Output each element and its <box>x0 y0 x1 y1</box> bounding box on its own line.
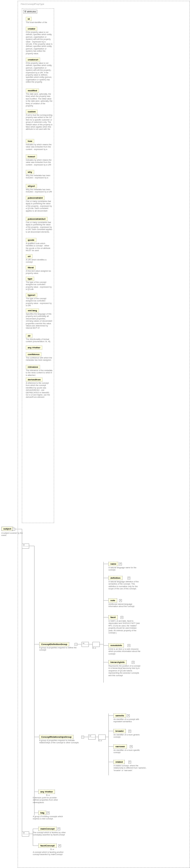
main-concept: mainConcept <box>38 827 56 831</box>
any-other: any ##other <box>38 789 55 794</box>
connector <box>29 546 34 546</box>
attr-desc: The type of the concept assigned as cont… <box>26 298 52 307</box>
connector <box>108 713 109 775</box>
rel-narrower: narrower <box>114 744 127 749</box>
attr-creatoruri: creatoruri <box>26 58 40 62</box>
attr-whyuri: whyuri <box>26 184 37 188</box>
multiplicity: 0..∞ <box>98 740 102 742</box>
connector <box>34 813 38 813</box>
attr-why: why <box>26 170 34 174</box>
attr-desc: Indicates by which means the value was e… <box>26 159 52 166</box>
attr-creator: creator <box>26 27 37 31</box>
expand-icon[interactable]: + <box>58 828 60 830</box>
attr-pubconstraint: pubconstraint <box>26 196 44 200</box>
sequence-icon <box>22 832 29 837</box>
expand-icon[interactable]: + <box>119 563 122 565</box>
attr-desc: A URI which identifies a concept <box>26 259 52 264</box>
expand-icon[interactable]: + <box>128 761 131 764</box>
rel-desc: A related concept, where the relationshi… <box>114 765 147 772</box>
attr-derivedfrom: derivedfrom <box>26 377 43 382</box>
expand-icon[interactable]: + <box>130 745 132 748</box>
connector <box>105 737 108 737</box>
expand-icon[interactable]: + <box>47 811 50 814</box>
any-desc: Extension point for provider-defined pro… <box>33 797 64 804</box>
cdg-desc: A group of properties required to define… <box>39 647 78 651</box>
subject-element: subject <box>1 527 13 531</box>
attr-desc: Indicates by which means the value was e… <box>26 144 52 151</box>
choice-icon <box>98 735 106 740</box>
attr-desc: A qualified code which identifies a conc… <box>26 242 52 252</box>
expand-icon[interactable]: + <box>127 644 130 647</box>
attr-modified: modified <box>26 89 39 93</box>
facet-concept: facetConcept <box>38 843 56 848</box>
connector <box>34 737 39 737</box>
attr-desc: One or many constraints that apply to pu… <box>26 221 52 233</box>
attributes-header: ⊟ attributes <box>23 10 37 13</box>
expand-icon[interactable]: + <box>132 661 135 664</box>
subject-label: subject <box>3 528 11 530</box>
attr-desc: The date (and, optionally, the time) whe… <box>26 93 52 107</box>
rel-desc: An identifier of a concept with equivale… <box>114 718 147 723</box>
def-desc: A natural language definition of the sem… <box>108 581 142 590</box>
expand-icon[interactable]: + <box>120 616 123 619</box>
attr-desc: Specifies the language of this property … <box>26 313 52 330</box>
multiplicity: 0..∞ <box>92 647 96 649</box>
expand-icon[interactable]: + <box>127 714 130 717</box>
attr-xml:lang: xml:lang <box>26 308 39 313</box>
expand-icon[interactable]: − <box>81 736 84 739</box>
def-desc: Represents the position of a concept in … <box>108 665 142 677</box>
def-hierarchyInfo: hierarchyInfo <box>108 660 127 664</box>
attr-type: type <box>26 277 34 281</box>
crg-desc: A group of properties required to indica… <box>39 739 84 744</box>
def-name: name <box>108 562 118 566</box>
def-desc: A natural language name for the concept. <box>108 566 142 571</box>
def-remoteInfo: remoteInfo <box>108 643 124 648</box>
attr-literal: literal <box>26 266 36 270</box>
sequence-icon <box>81 642 89 647</box>
expand-icon[interactable]: − <box>12 528 15 531</box>
concept-relationships-group: ConceptRelationshipsGroup <box>39 735 73 739</box>
attr-id: id <box>26 17 32 21</box>
def-desc: Additional natural language information … <box>108 603 142 608</box>
root-type-label: Flex1ConceptPropType <box>19 2 46 6</box>
def-note: note <box>108 598 117 602</box>
attr-desc: If the property value is not defined, sp… <box>26 31 52 55</box>
attr-confidence: confidence <box>26 352 41 356</box>
rel-sameAs: sameAs <box>114 713 126 718</box>
multiplicity: 0..∞ <box>50 848 54 850</box>
attr-uri: uri <box>26 254 33 258</box>
attr-desc: The directionality of textual content (e… <box>26 338 52 343</box>
attr-desc: If the property value is not defined, sp… <box>26 62 52 84</box>
connector <box>22 529 22 815</box>
bag-element: bag <box>38 811 46 815</box>
attr-desc: A free-text value assigned as property v… <box>26 270 52 275</box>
main-concept-desc: The concept which is faceted by other co… <box>33 832 67 836</box>
connector <box>95 737 98 737</box>
facet-concept-desc: A concept which is faceting another conc… <box>33 851 67 856</box>
attr-desc: Why the metadata has been included - exp… <box>26 188 52 193</box>
bag-desc: A group of existing concepts which expre… <box>33 815 64 820</box>
attr-qcode: qcode <box>26 238 36 242</box>
choice-icon <box>92 642 100 647</box>
connector <box>15 529 17 529</box>
expand-icon[interactable]: + <box>128 730 131 733</box>
expand-icon[interactable]: + <box>127 577 130 580</box>
connector <box>33 829 38 829</box>
attr-desc: The type of the concept assigned as cont… <box>26 281 52 291</box>
attr-any ##other: any ##other <box>26 345 42 350</box>
attr-dir: dir <box>26 334 33 338</box>
attr-desc: One or many constraints that apply to pu… <box>26 200 52 212</box>
expand-icon[interactable]: − <box>75 643 77 646</box>
attr-desc: Why the metadata has been included - exp… <box>26 175 52 179</box>
attr-how: how <box>26 139 34 143</box>
attr-desc: If set to true the corresponding propert… <box>26 114 52 131</box>
connector <box>33 845 38 846</box>
expand-icon[interactable]: + <box>119 599 122 602</box>
attr-relevance: relevance <box>26 365 40 369</box>
connector <box>22 815 22 832</box>
def-desc: In NAR 1.8 and later, facet is deprecate… <box>108 620 142 634</box>
expand-icon[interactable]: + <box>58 844 61 847</box>
sequence-icon <box>88 735 96 740</box>
attr-desc: The relevance of the metadata to the new… <box>26 369 52 376</box>
attr-desc: A reference to the concept from which th… <box>26 382 52 399</box>
